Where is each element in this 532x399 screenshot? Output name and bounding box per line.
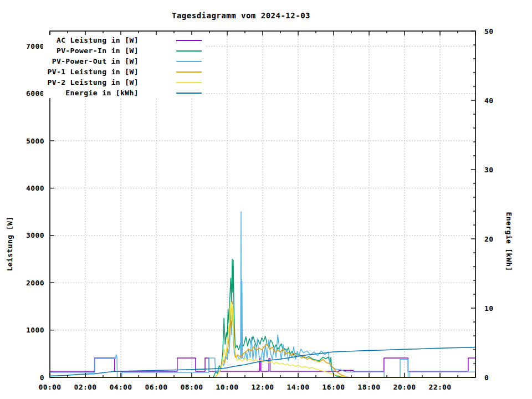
x-tick-label: 20:00 xyxy=(393,383,416,391)
x-tick-label: 10:00 xyxy=(216,383,238,391)
legend-line-swatch xyxy=(176,40,202,41)
legend-item: PV-Power-Out in [W] xyxy=(43,56,205,66)
y-left-tick-label: 3000 xyxy=(26,231,44,239)
y-left-axis-label: Leistung [W] xyxy=(6,217,14,272)
y-left-tick-label: 0 xyxy=(40,374,44,382)
y-left-tick-label: 4000 xyxy=(26,184,44,192)
y-left-tick-label: 6000 xyxy=(26,89,44,98)
legend-item: PV-2 Leistung in [W] xyxy=(43,77,205,88)
x-tick-label: 00:00 xyxy=(38,383,61,391)
legend-label: PV-Power-In in [W] xyxy=(43,47,139,55)
y-left-tick-label: 7000 xyxy=(26,42,44,50)
legend-label: Energie in [kWh] xyxy=(43,89,139,97)
legend-line-swatch xyxy=(176,93,202,94)
y-right-tick-label: 0 xyxy=(484,374,489,382)
legend-label: AC Leistung in [W] xyxy=(43,36,139,44)
y-left-tick-label: 1000 xyxy=(26,326,44,334)
y-right-tick-label: 40 xyxy=(484,96,493,105)
legend-line-swatch xyxy=(176,71,202,73)
legend-item: PV-1 Leistung in [W] xyxy=(43,66,205,77)
legend-label: PV-Power-Out in [W] xyxy=(43,57,139,65)
x-tick-label: 04:00 xyxy=(109,383,132,391)
x-tick-label: 08:00 xyxy=(180,383,203,391)
legend-item: PV-Power-In in [W] xyxy=(43,45,205,56)
chart-legend: AC Leistung in [W] PV-Power-In in [W] PV… xyxy=(43,35,205,98)
y-right-tick-label: 20 xyxy=(484,235,493,243)
x-tick-label: 16:00 xyxy=(322,383,345,391)
x-tick-label: 18:00 xyxy=(357,383,380,391)
legend-label: PV-1 Leistung in [W] xyxy=(43,68,139,76)
x-tick-label: 22:00 xyxy=(428,383,451,391)
legend-line-swatch xyxy=(176,50,202,52)
y-left-tick-label: 5000 xyxy=(26,137,44,145)
tagesdiagramm-chart: Tagesdiagramm vom 2024-12-03 00:0002:000… xyxy=(0,0,532,399)
y-left-tick-label: 2000 xyxy=(26,279,44,287)
y-right-tick-label: 50 xyxy=(484,27,493,35)
legend-item: AC Leistung in [W] xyxy=(43,35,205,45)
y-right-tick-label: 10 xyxy=(484,304,493,313)
legend-line-swatch xyxy=(176,61,202,62)
x-tick-label: 14:00 xyxy=(287,383,309,391)
x-tick-label: 06:00 xyxy=(145,383,167,391)
legend-label: PV-2 Leistung in [W] xyxy=(43,78,139,86)
y-right-tick-label: 30 xyxy=(484,166,493,174)
y-right-axis-label: Energie [kWh] xyxy=(505,212,513,272)
x-tick-label: 02:00 xyxy=(74,383,96,391)
legend-line-swatch xyxy=(176,82,202,83)
x-tick-label: 12:00 xyxy=(251,383,274,391)
legend-item: Energie in [kWh] xyxy=(43,88,205,98)
